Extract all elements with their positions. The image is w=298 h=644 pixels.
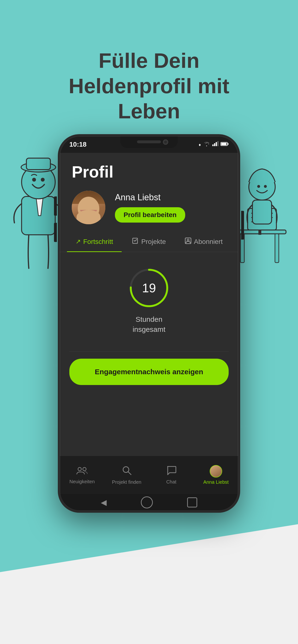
tab-subscribed[interactable]: Abonniert: [176, 232, 231, 252]
avatar-face: [72, 191, 105, 224]
headline-line1: Fülle Dein: [14, 48, 284, 73]
app-content: Profil: [60, 153, 238, 511]
profile-header: Profil: [60, 153, 238, 232]
tab-subscribed-label: Abonniert: [194, 238, 223, 246]
tab-progress[interactable]: ↗ Fortschritt: [67, 232, 122, 252]
svg-point-30: [78, 468, 81, 471]
phone-volume-up: [54, 196, 57, 216]
home-indicator: ◀: [60, 494, 238, 511]
svg-point-31: [83, 468, 86, 471]
phone-notch: [120, 136, 178, 148]
content-divider: [69, 351, 229, 352]
phone-volume-down: [54, 223, 57, 242]
svg-point-3: [32, 178, 36, 182]
progress-label-line2: insgesamt: [133, 324, 166, 334]
svg-rect-22: [216, 142, 217, 146]
svg-point-17: [257, 185, 260, 188]
chat-icon: [166, 466, 176, 477]
svg-rect-19: [252, 200, 272, 224]
notch-speaker: [137, 140, 161, 143]
profile-tabs: ↗ Fortschritt Projekte: [60, 232, 238, 252]
phone-screen: 10:18 ⬧: [60, 136, 238, 511]
svg-point-29: [187, 239, 189, 241]
user-info: Anna Liebst Profil bearbeiten: [115, 192, 226, 222]
svg-rect-6: [26, 158, 50, 170]
wifi-icon: [203, 141, 210, 148]
progress-number: 19: [142, 281, 156, 295]
svg-rect-10: [275, 234, 279, 262]
progress-content: 19 Stunden insgesamt Engagementnachweis …: [60, 252, 238, 456]
edit-profile-button[interactable]: Profil bearbeiten: [115, 207, 185, 222]
progress-label: Stunden insgesamt: [133, 314, 166, 334]
news-icon: [76, 466, 88, 477]
svg-rect-23: [217, 141, 219, 146]
svg-rect-25: [221, 143, 226, 145]
subscribed-tab-icon: [185, 238, 192, 246]
svg-rect-21: [214, 143, 215, 146]
nav-item-find[interactable]: Projekt finden: [104, 465, 149, 485]
signal-icon: ⬧: [198, 141, 201, 148]
nav-label-profile: Anna Liebst: [203, 480, 229, 485]
nav-item-profile[interactable]: Anna Liebst: [194, 465, 238, 485]
notch-camera: [163, 140, 168, 145]
tab-projects[interactable]: Projekte: [122, 232, 176, 252]
profile-user-row: Anna Liebst Profil bearbeiten: [72, 191, 226, 224]
svg-point-4: [41, 178, 45, 182]
nav-label-chat: Chat: [166, 479, 176, 485]
svg-point-18: [264, 185, 267, 188]
svg-point-32: [123, 467, 129, 472]
bg-white-section: [0, 524, 298, 644]
svg-rect-12: [258, 230, 261, 235]
progress-label-line1: Stunden: [133, 314, 166, 324]
headline-line2: Heldenprofil mit: [14, 73, 284, 99]
nav-avatar: [210, 465, 222, 478]
progress-circle: 19: [127, 266, 171, 310]
tab-progress-label: Fortschritt: [83, 238, 113, 246]
signal-bars-icon: [212, 141, 219, 148]
svg-rect-20: [212, 144, 214, 146]
bottom-navigation: Neuigkeiten Projekt finden: [60, 456, 238, 494]
progress-stats: 19 Stunden insgesamt: [127, 266, 171, 334]
nav-item-chat[interactable]: Chat: [149, 466, 194, 485]
hero-headline: Fülle Dein Heldenprofil mit Leben: [0, 48, 298, 124]
profile-title: Profil: [72, 162, 226, 181]
status-icons: ⬧: [198, 141, 229, 148]
phone-frame: 10:18 ⬧: [58, 134, 240, 513]
nav-label-news: Neuigkeiten: [69, 479, 95, 484]
user-name: Anna Liebst: [115, 192, 226, 202]
engagement-proof-button[interactable]: Engagementnachweis anzeigen: [69, 359, 229, 385]
back-button[interactable]: ◀: [101, 498, 107, 507]
status-time: 10:18: [69, 141, 87, 148]
phone-mockup: 10:18 ⬧: [58, 134, 240, 513]
nav-item-news[interactable]: Neuigkeiten: [60, 466, 104, 484]
headline-line3: Leben: [14, 98, 284, 124]
tab-projects-label: Projekte: [141, 238, 166, 246]
phone-power-button: [241, 211, 244, 240]
avatar: [72, 191, 105, 224]
svg-rect-26: [228, 143, 228, 145]
home-button[interactable]: [141, 496, 153, 508]
projects-tab-icon: [132, 238, 139, 246]
battery-icon: [221, 141, 229, 148]
nav-label-find: Projekt finden: [112, 480, 141, 485]
find-icon: [122, 465, 132, 478]
svg-line-33: [128, 472, 131, 475]
progress-tab-icon: ↗: [76, 238, 81, 245]
recents-button[interactable]: [187, 498, 197, 508]
